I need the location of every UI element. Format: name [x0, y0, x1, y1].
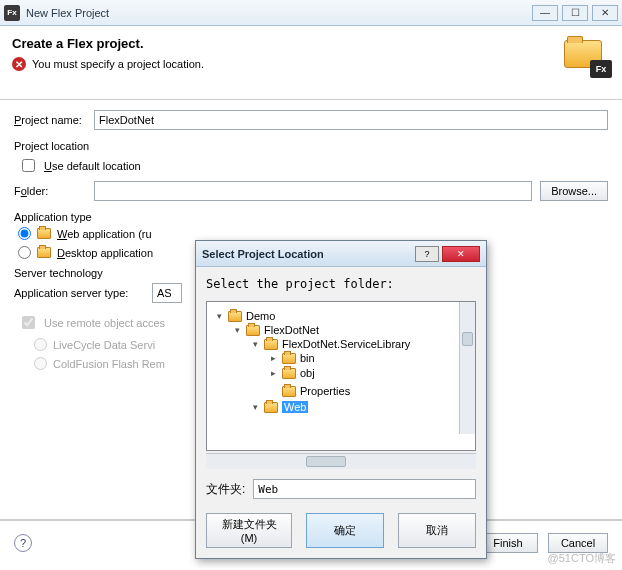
cancel-button[interactable]: 取消: [398, 513, 476, 548]
folder-field-label: 文件夹:: [206, 481, 245, 498]
desktop-app-label: Desktop application: [57, 247, 153, 259]
tree-node-properties[interactable]: Properties: [269, 385, 350, 397]
location-group-label: Project location: [14, 140, 608, 152]
window-titlebar: Fx New Flex Project ― ☐ ✕: [0, 0, 622, 26]
new-folder-button[interactable]: 新建文件夹 (M): [206, 513, 292, 548]
remote-object-checkbox: [22, 316, 35, 329]
folder-icon: [246, 325, 260, 336]
dialog-help-button[interactable]: ?: [415, 246, 439, 262]
use-default-label: Use default location: [44, 160, 141, 172]
apptype-group-label: Application type: [14, 211, 608, 223]
folder-tree[interactable]: ▾Demo ▾FlexDotNet ▾FlexDotNet.ServiceLib…: [206, 301, 476, 451]
error-icon: ✕: [12, 57, 26, 71]
desktop-app-radio[interactable]: [18, 246, 31, 259]
maximize-button[interactable]: ☐: [562, 5, 588, 21]
project-name-label: PProject name:roject name:: [14, 114, 86, 126]
window-title: New Flex Project: [26, 7, 532, 19]
help-icon[interactable]: ?: [14, 534, 32, 552]
wizard-body: PProject name:roject name: Project locat…: [0, 100, 622, 520]
folder-icon: [282, 368, 296, 379]
folder-input[interactable]: [94, 181, 532, 201]
tree-node-servicelib[interactable]: ▾FlexDotNet.ServiceLibrary: [251, 338, 410, 350]
close-button[interactable]: ✕: [592, 5, 618, 21]
use-default-checkbox[interactable]: [22, 159, 35, 172]
wizard-header: Create a Flex project. ✕ You must specif…: [0, 26, 622, 100]
dialog-prompt: Select the project folder:: [206, 277, 476, 291]
ok-button[interactable]: 确定: [306, 513, 384, 548]
folder-icon: [264, 339, 278, 350]
folder-field-input[interactable]: [253, 479, 476, 499]
project-name-input[interactable]: [94, 110, 608, 130]
minimize-button[interactable]: ―: [532, 5, 558, 21]
web-app-label: Web application (ru: [57, 228, 152, 240]
tree-node-demo[interactable]: ▾Demo: [215, 310, 275, 322]
remote-object-label: Use remote object acces: [44, 317, 165, 329]
dialog-close-button[interactable]: ✕: [442, 246, 480, 262]
folder-icon: [264, 402, 278, 413]
browse-button[interactable]: Browse...: [540, 181, 608, 201]
tree-node-bin[interactable]: ▸bin: [269, 352, 315, 364]
tree-node-flexdotnet[interactable]: ▾FlexDotNet: [233, 324, 319, 336]
web-app-icon: [37, 228, 51, 239]
folder-icon: [282, 353, 296, 364]
coldfusion-label: ColdFusion Flash Rem: [53, 358, 165, 370]
folder-icon: [282, 386, 296, 397]
tree-node-web[interactable]: ▾Web: [251, 401, 308, 413]
folder-icon: [228, 311, 242, 322]
header-icon: Fx: [562, 36, 608, 76]
error-text: You must specify a project location.: [32, 58, 204, 70]
fx-badge-icon: Fx: [590, 60, 612, 78]
select-location-dialog: Select Project Location ? ✕ Select the p…: [195, 240, 487, 559]
tree-node-obj[interactable]: ▸obj: [269, 367, 315, 379]
page-title: Create a Flex project.: [12, 36, 610, 51]
dialog-title: Select Project Location: [202, 248, 412, 260]
tree-scrollbar-horizontal[interactable]: [206, 453, 476, 469]
web-app-radio[interactable]: [18, 227, 31, 240]
finish-button[interactable]: Finish: [478, 533, 538, 553]
server-type-select[interactable]: [152, 283, 182, 303]
livecycle-label: LiveCycle Data Servi: [53, 339, 155, 351]
coldfusion-radio: [34, 357, 47, 370]
desktop-app-icon: [37, 247, 51, 258]
tree-scrollbar-vertical[interactable]: [459, 302, 475, 434]
app-icon: Fx: [4, 5, 20, 21]
livecycle-radio: [34, 338, 47, 351]
wizard-cancel-button[interactable]: Cancel: [548, 533, 608, 553]
server-type-label: Application server type:: [14, 287, 144, 299]
folder-label: Folder:: [14, 185, 86, 197]
